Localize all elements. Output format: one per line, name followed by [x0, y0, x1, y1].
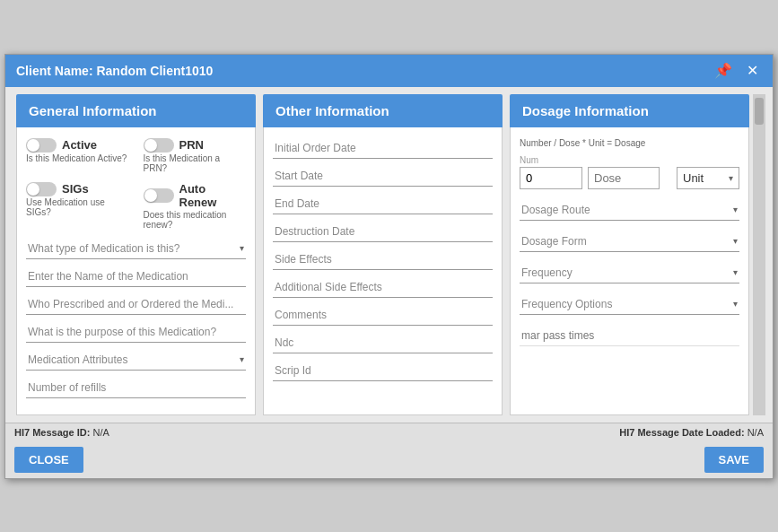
auto-renew-toggle-group: Auto Renew Does this medication renew?: [144, 182, 247, 230]
scrollbar[interactable]: [753, 94, 765, 415]
destruction-date-row: [273, 222, 493, 242]
content-area: General Information Active Is this Medic…: [5, 87, 773, 423]
medication-name-row: [26, 266, 246, 287]
active-toggle-control: Active: [26, 138, 129, 153]
active-sublabel: Is this Medication Active?: [26, 153, 129, 163]
main-dialog: Client Name: Random Client1010 📌 ✕ Gener…: [4, 54, 774, 479]
scrip-id-row: [273, 361, 493, 381]
active-label: Active: [62, 138, 97, 152]
prn-label: PRN: [179, 138, 204, 152]
general-info-panel: General Information Active Is this Medic…: [16, 94, 256, 415]
prescribed-by-input[interactable]: [26, 294, 246, 315]
purpose-input[interactable]: [26, 322, 246, 343]
save-button[interactable]: SAVE: [704, 447, 764, 473]
pin-button[interactable]: 📌: [711, 62, 736, 80]
attributes-row: Medication Attributes ▾: [26, 350, 246, 371]
sigs-toggle-control: SIGs: [26, 182, 129, 196]
comments-input[interactable]: [273, 305, 493, 326]
dosage-form-label: Dosage Form: [521, 235, 733, 248]
frequency-options-row: Frequency Options ▾: [520, 294, 739, 315]
frequency-label: Frequency: [521, 266, 733, 279]
num-label: Num: [520, 155, 582, 165]
auto-renew-sublabel: Does this medication renew?: [144, 210, 247, 230]
other-info-header: Other Information: [263, 94, 503, 127]
prescribed-by-row: [26, 294, 246, 315]
other-info-panel: Other Information: [263, 94, 503, 415]
destruction-date-input[interactable]: [273, 222, 493, 242]
comments-row: [273, 305, 493, 326]
medication-type-arrow: ▾: [240, 243, 244, 253]
active-toggle[interactable]: [26, 138, 57, 153]
dialog-title: Client Name: Random Client1010: [16, 64, 213, 78]
dosage-info-panel: Dosage Information Number / Dose * Unit …: [510, 94, 749, 415]
medication-name-input[interactable]: [26, 266, 246, 287]
unit-arrow-icon: ▾: [729, 173, 733, 183]
frequency-arrow: ▾: [733, 267, 738, 277]
frequency-options-arrow: ▾: [733, 299, 738, 309]
prn-sublabel: Is this Medication a PRN?: [144, 153, 247, 173]
prn-toggle-group: PRN Is this Medication a PRN?: [144, 138, 247, 173]
additional-side-effects-input[interactable]: [273, 277, 493, 298]
footer-left: HI7 Message ID: N/A: [14, 427, 109, 438]
scrip-id-input[interactable]: [273, 361, 493, 381]
toggle-row-2: SIGs Use Medication use SIGs? Auto Renew…: [26, 182, 246, 230]
frequency-options-label: Frequency Options: [521, 298, 733, 310]
side-effects-input[interactable]: [273, 249, 493, 270]
initial-order-date-input[interactable]: [273, 138, 493, 159]
dosage-form-row: Dosage Form ▾: [520, 231, 739, 252]
refills-input[interactable]: [26, 378, 246, 398]
toggle-row-1: Active Is this Medication Active? PRN Is…: [26, 138, 246, 173]
initial-order-date-row: [273, 138, 493, 159]
medication-type-row: What type of Medication is this? ▾: [26, 239, 246, 259]
close-button[interactable]: CLOSE: [14, 447, 83, 473]
dosage-info-header: Dosage Information: [510, 94, 749, 127]
num-field: Num: [520, 155, 582, 189]
ndc-row: [273, 333, 493, 353]
ndc-input[interactable]: [273, 333, 493, 353]
active-toggle-group: Active Is this Medication Active?: [26, 138, 129, 173]
start-date-row: [273, 166, 493, 187]
auto-renew-label: Auto Renew: [179, 182, 247, 209]
hi7-date-label: HI7 Message Date Loaded: N/A: [619, 427, 764, 438]
dosage-info-body: Number / Dose * Unit = Dosage Num Unit ▾: [510, 127, 749, 415]
dosage-form-arrow: ▾: [733, 236, 738, 246]
dose-input[interactable]: [588, 167, 660, 189]
hi7-id-value: N/A: [92, 427, 109, 438]
unit-label: Unit: [683, 171, 729, 185]
start-date-input[interactable]: [273, 166, 493, 187]
prn-toggle[interactable]: [144, 138, 174, 153]
scrollbar-thumb[interactable]: [755, 98, 764, 125]
auto-renew-toggle-control: Auto Renew: [144, 182, 247, 209]
num-dose-unit-row: Num Unit ▾: [520, 155, 739, 189]
formula-label: Number / Dose * Unit = Dosage: [520, 138, 739, 148]
attributes-select[interactable]: Medication Attributes: [28, 353, 240, 366]
general-info-header: General Information: [16, 94, 256, 127]
num-input[interactable]: [520, 167, 582, 189]
sigs-label: SIGs: [62, 182, 89, 196]
dosage-route-row: Dosage Route ▾: [520, 200, 739, 221]
dosage-route-label: Dosage Route: [521, 204, 733, 216]
title-bar-controls: 📌 ✕: [711, 62, 762, 80]
footer-right: HI7 Message Date Loaded: N/A: [619, 427, 764, 438]
close-window-button[interactable]: ✕: [743, 62, 762, 80]
additional-side-effects-row: [273, 277, 493, 298]
footer-info-row: HI7 Message ID: N/A HI7 Message Date Loa…: [5, 423, 773, 441]
general-info-body: Active Is this Medication Active? PRN Is…: [16, 127, 256, 415]
prn-toggle-control: PRN: [144, 138, 247, 153]
medication-type-select[interactable]: What type of Medication is this?: [28, 242, 240, 255]
hi7-id-label: HI7 Message ID: N/A: [14, 427, 109, 438]
mar-pass-times-label: mar pass times: [520, 326, 739, 346]
footer-action-row: CLOSE SAVE: [5, 441, 773, 478]
refills-row: [26, 378, 246, 398]
auto-renew-toggle[interactable]: [144, 188, 174, 203]
hi7-date-value: N/A: [747, 427, 764, 438]
title-bar: Client Name: Random Client1010 📌 ✕: [5, 55, 773, 87]
sigs-toggle[interactable]: [26, 182, 57, 196]
sigs-toggle-group: SIGs Use Medication use SIGs?: [26, 182, 129, 230]
unit-dropdown[interactable]: Unit ▾: [677, 167, 739, 189]
other-info-body: [263, 127, 503, 415]
end-date-input[interactable]: [273, 194, 493, 214]
attributes-arrow: ▾: [240, 354, 244, 364]
sigs-sublabel: Use Medication use SIGs?: [26, 197, 129, 217]
side-effects-row: [273, 249, 493, 270]
